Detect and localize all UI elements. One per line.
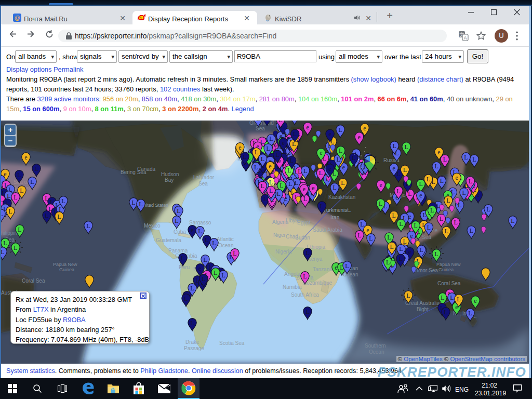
- svg-text:A: A: [463, 35, 467, 41]
- svg-text:e: e: [303, 185, 305, 193]
- svg-text:L: L: [446, 197, 450, 204]
- svg-text:Ocean: Ocean: [218, 243, 233, 248]
- svg-text:L: L: [440, 177, 444, 184]
- svg-text:L: L: [390, 243, 394, 250]
- svg-text:L: L: [468, 310, 472, 317]
- svg-text:L: L: [14, 244, 17, 251]
- svg-text:L: L: [288, 180, 292, 188]
- svg-text:L: L: [419, 180, 422, 188]
- svg-text:L: L: [454, 219, 457, 226]
- svg-text:Bay: Bay: [165, 177, 174, 183]
- svg-text:Sea: Sea: [256, 126, 265, 131]
- svg-text:L: L: [398, 255, 402, 262]
- svg-text:L: L: [403, 238, 407, 245]
- svg-text:Libya: Libya: [286, 218, 298, 223]
- svg-text:L: L: [392, 142, 396, 150]
- svg-text:L: L: [404, 143, 408, 151]
- svg-text:L: L: [139, 201, 142, 208]
- svg-text:L: L: [1, 196, 3, 204]
- svg-text:Cuba: Cuba: [174, 229, 186, 235]
- svg-text:L: L: [30, 178, 34, 185]
- svg-text:Niger: Niger: [273, 232, 286, 238]
- svg-text:Bight: Bight: [417, 307, 429, 312]
- svg-text:L: L: [396, 188, 400, 195]
- svg-text:L: L: [261, 182, 264, 190]
- svg-text:L: L: [17, 171, 21, 179]
- svg-text:L: L: [469, 178, 472, 185]
- svg-text:L: L: [256, 121, 260, 123]
- svg-text:L: L: [269, 179, 273, 186]
- svg-text:L: L: [457, 296, 460, 303]
- svg-text:L: L: [511, 217, 514, 224]
- svg-text:L: L: [341, 179, 344, 187]
- svg-text:L: L: [360, 221, 364, 228]
- svg-text:e: e: [474, 297, 476, 304]
- svg-text:Hudson: Hudson: [161, 171, 179, 177]
- svg-text:e: e: [437, 149, 440, 156]
- svg-text:e: e: [328, 130, 331, 138]
- svg-text:L: L: [214, 269, 217, 276]
- svg-text:L: L: [427, 224, 431, 231]
- svg-text:e: e: [358, 134, 361, 141]
- svg-text:Turkmenist..: Turkmenist..: [323, 207, 352, 213]
- svg-text:L: L: [184, 295, 188, 302]
- svg-text:L: L: [470, 227, 473, 234]
- svg-text:L: L: [61, 197, 65, 205]
- svg-text:L: L: [445, 228, 448, 235]
- svg-text:Labrador: Labrador: [193, 175, 215, 180]
- svg-text:L: L: [462, 189, 466, 196]
- svg-text:Papua New: Papua New: [53, 262, 77, 267]
- svg-text:L: L: [277, 190, 281, 197]
- svg-text:e: e: [307, 124, 309, 131]
- svg-text:L: L: [86, 222, 90, 230]
- svg-text:L: L: [278, 121, 282, 124]
- svg-text:L: L: [472, 156, 476, 163]
- svg-text:Namibia: Namibia: [283, 284, 302, 290]
- svg-text:L: L: [266, 145, 270, 152]
- svg-text:L: L: [131, 199, 135, 206]
- svg-text:Nigeria: Nigeria: [275, 249, 292, 255]
- svg-text:L: L: [254, 164, 258, 171]
- svg-text:L: L: [265, 121, 269, 122]
- svg-text:L: L: [450, 294, 454, 301]
- svg-text:Guinea: Guinea: [438, 267, 454, 272]
- svg-text:L: L: [202, 275, 205, 283]
- svg-text:L: L: [14, 194, 17, 201]
- svg-text:L: L: [305, 249, 309, 257]
- svg-text:e: e: [363, 125, 366, 132]
- svg-text:L: L: [386, 259, 390, 266]
- svg-text:Passage: Passage: [184, 345, 204, 351]
- svg-text:L: L: [8, 208, 12, 215]
- svg-text:L: L: [261, 155, 264, 163]
- svg-text:e: e: [238, 144, 241, 151]
- svg-text:L: L: [290, 157, 294, 164]
- svg-text:L: L: [45, 212, 48, 219]
- svg-text:L: L: [440, 215, 443, 222]
- svg-text:L: L: [263, 195, 267, 203]
- svg-text:L: L: [34, 165, 38, 172]
- svg-text:e: e: [366, 227, 369, 234]
- svg-text:South Africa: South Africa: [291, 292, 319, 298]
- svg-text:e: e: [342, 164, 345, 171]
- svg-text:Ocean: Ocean: [369, 349, 384, 355]
- svg-text:L: L: [1, 210, 3, 218]
- svg-text:Coral Sea: Coral Sea: [437, 281, 461, 286]
- svg-text:e: e: [456, 174, 458, 181]
- svg-text:L: L: [434, 163, 438, 170]
- svg-text:L: L: [20, 187, 23, 194]
- svg-text:L: L: [243, 153, 247, 161]
- svg-text:Scotia Sea: Scotia Sea: [219, 340, 245, 346]
- svg-text:L: L: [352, 154, 355, 162]
- svg-text:Papua New: Papua New: [436, 262, 461, 267]
- svg-text:L: L: [399, 245, 403, 252]
- svg-text:e: e: [320, 149, 322, 156]
- svg-text:L: L: [255, 149, 258, 156]
- svg-text:Saudi Arabia: Saudi Arabia: [313, 227, 342, 233]
- svg-text:L: L: [419, 246, 423, 254]
- svg-text:e: e: [408, 248, 411, 256]
- svg-text:L: L: [190, 320, 194, 327]
- svg-text:L: L: [177, 207, 180, 215]
- svg-text:Iran: Iran: [330, 215, 339, 220]
- svg-text:L: L: [233, 250, 236, 257]
- svg-text:L: L: [392, 212, 396, 219]
